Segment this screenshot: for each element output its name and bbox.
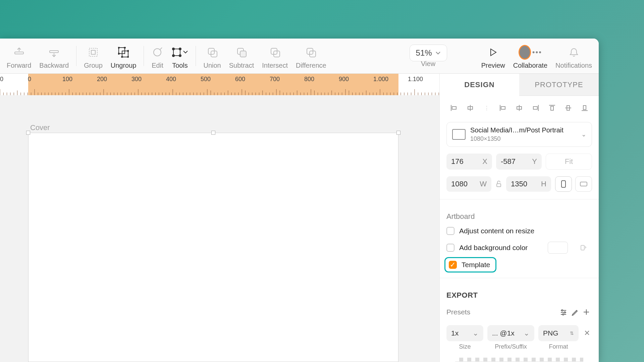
ruler-tick: 700 — [270, 76, 280, 83]
ruler-tick: 600 — [235, 76, 245, 83]
handle-tr[interactable] — [396, 131, 400, 135]
edit-icon — [151, 46, 163, 58]
remove-preset-icon[interactable]: ✕ — [583, 329, 591, 338]
format-label: Format — [538, 343, 579, 350]
avatar — [519, 45, 531, 60]
inspector-panel: DESIGN PROTOTYPE ⋮ Social Media/I…m/Post… — [439, 74, 599, 362]
union-button: Union — [199, 40, 225, 72]
add-preset-icon[interactable] — [581, 306, 592, 318]
svg-point-178 — [561, 310, 563, 311]
preset-title: Social Media/I…m/Post Portrait — [470, 126, 577, 134]
svg-rect-14 — [173, 49, 180, 56]
toolbar: Forward Backward Group Ungroup Edi — [0, 39, 599, 74]
align-hcenter2-icon[interactable] — [513, 101, 526, 115]
zoom-select[interactable]: 51% — [410, 45, 447, 61]
svg-rect-160 — [501, 107, 505, 109]
align-top-icon[interactable] — [545, 101, 559, 115]
svg-rect-156 — [452, 107, 456, 109]
collaborate-button[interactable]: ••• Collaborate — [509, 40, 551, 72]
detach-icon[interactable] — [578, 242, 589, 254]
handle-tm[interactable] — [211, 131, 215, 135]
svg-point-17 — [172, 55, 174, 57]
svg-point-11 — [121, 56, 123, 58]
checkbox-icon — [446, 244, 454, 252]
notifications-button[interactable]: Notifications — [551, 40, 596, 72]
ungroup-button[interactable]: Ungroup — [107, 40, 141, 72]
orientation-portrait[interactable] — [555, 176, 572, 192]
backward-button: Backward — [35, 40, 73, 72]
canvas[interactable]: Cover — [0, 95, 439, 362]
template-checkbox[interactable]: ✓ Template — [444, 257, 496, 273]
difference-button: Difference — [292, 40, 330, 72]
ruler-tick: 0 — [28, 76, 31, 83]
handle-tl[interactable] — [26, 131, 30, 135]
svg-point-6 — [118, 47, 119, 48]
zoom-value: 51% — [416, 48, 432, 58]
edit-button: Edit — [147, 40, 167, 72]
export-size-select[interactable]: 1x⌄ — [446, 325, 483, 341]
tools-button[interactable]: Tools — [167, 40, 192, 72]
align-hcenter-icon[interactable] — [464, 101, 477, 115]
ruler-tick: 100 — [0, 76, 3, 83]
ruler-tick: 300 — [131, 76, 142, 83]
difference-icon — [305, 46, 317, 58]
h-field[interactable]: 1350H — [506, 176, 551, 192]
ruler-tick: 500 — [201, 76, 211, 83]
artboard-preset-select[interactable]: Social Media/I…m/Post Portrait 1080×1350… — [446, 122, 592, 147]
ruler-tick: 1.100 — [408, 76, 423, 83]
svg-rect-171 — [497, 184, 501, 187]
export-section-title: EXPORT — [440, 284, 599, 302]
svg-point-8 — [118, 53, 119, 54]
union-icon — [206, 46, 218, 58]
align-divider-icon: ⋮ — [480, 101, 493, 115]
tab-design[interactable]: DESIGN — [440, 74, 519, 96]
align-left-icon[interactable] — [447, 101, 461, 115]
svg-point-180 — [562, 314, 564, 315]
sliders-icon[interactable] — [558, 306, 569, 318]
forward-icon — [13, 46, 25, 58]
background-color-checkbox[interactable]: Add background color — [440, 238, 599, 257]
ruler-tick: 200 — [97, 76, 107, 83]
tools-icon — [171, 46, 188, 58]
presets-label: Presets — [446, 308, 558, 316]
more-dots-icon: ••• — [532, 48, 542, 57]
svg-rect-0 — [15, 52, 23, 54]
intersect-button: Intersect — [258, 40, 292, 72]
align-right-icon[interactable] — [496, 101, 509, 115]
ruler-tick: 400 — [166, 76, 176, 83]
svg-point-10 — [127, 56, 129, 58]
svg-rect-2 — [89, 48, 97, 56]
align-right2-icon[interactable] — [529, 101, 542, 115]
group-button: Group — [80, 40, 107, 72]
artboard[interactable] — [28, 133, 398, 362]
ruler-tick: 800 — [304, 76, 314, 83]
orientation-landscape[interactable] — [575, 176, 592, 192]
prefix-label: Prefix/Suffix — [487, 343, 534, 350]
edit-preset-icon[interactable] — [569, 306, 581, 318]
x-field[interactable]: 176X — [446, 154, 492, 170]
svg-rect-170 — [583, 106, 586, 110]
lock-icon[interactable] — [495, 176, 502, 192]
color-swatch[interactable] — [548, 242, 568, 254]
subtract-icon — [235, 46, 248, 58]
preview-button[interactable]: Preview — [477, 40, 509, 72]
artboard-icon — [452, 129, 466, 140]
align-bottom-icon[interactable] — [578, 101, 591, 115]
svg-rect-3 — [91, 50, 95, 54]
w-field[interactable]: 1080W — [446, 176, 491, 192]
svg-line-13 — [160, 48, 162, 50]
tab-prototype[interactable]: PROTOTYPE — [519, 74, 599, 96]
y-field[interactable]: -587Y — [496, 154, 542, 170]
chevron-down-icon — [435, 51, 441, 55]
align-vcenter-icon[interactable] — [561, 101, 575, 115]
adjust-content-checkbox[interactable]: Adjust content on resize — [440, 224, 599, 238]
export-format-select[interactable]: PNG⇅ — [538, 325, 579, 341]
export-prefix-select[interactable]: ... @1x⌄ — [487, 325, 534, 341]
view-label: View — [421, 60, 435, 68]
fit-button[interactable]: Fit — [546, 154, 592, 170]
ruler-tick: 1.000 — [373, 76, 388, 83]
svg-point-15 — [172, 48, 174, 50]
artboard-label[interactable]: Cover — [30, 123, 50, 132]
svg-rect-172 — [561, 181, 566, 187]
subtract-button: Subtract — [225, 40, 258, 72]
